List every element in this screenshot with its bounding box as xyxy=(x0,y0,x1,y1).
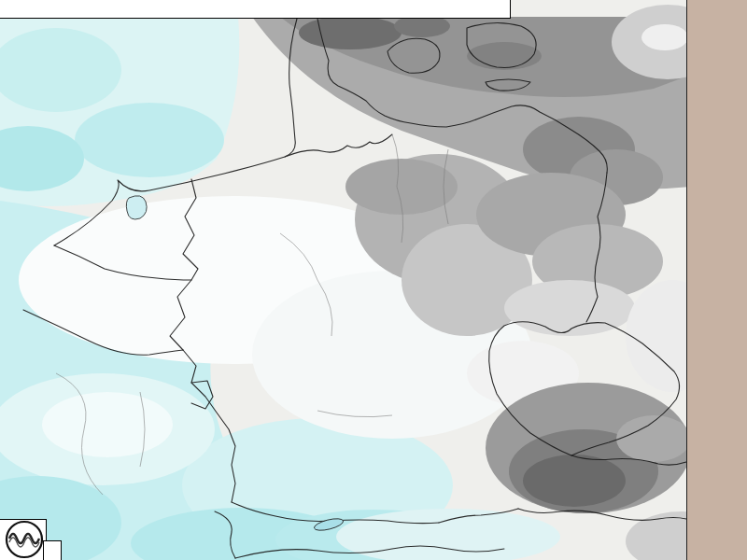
legend-panel xyxy=(686,0,747,560)
cloud-shading xyxy=(0,5,738,560)
cloud-cover-scale xyxy=(687,0,747,560)
weather-map[interactable] xyxy=(0,0,747,560)
title-bar xyxy=(0,0,511,19)
metmaps-app xyxy=(0,0,747,560)
metmaps-logo xyxy=(0,519,47,560)
copyright-bar xyxy=(43,540,62,560)
